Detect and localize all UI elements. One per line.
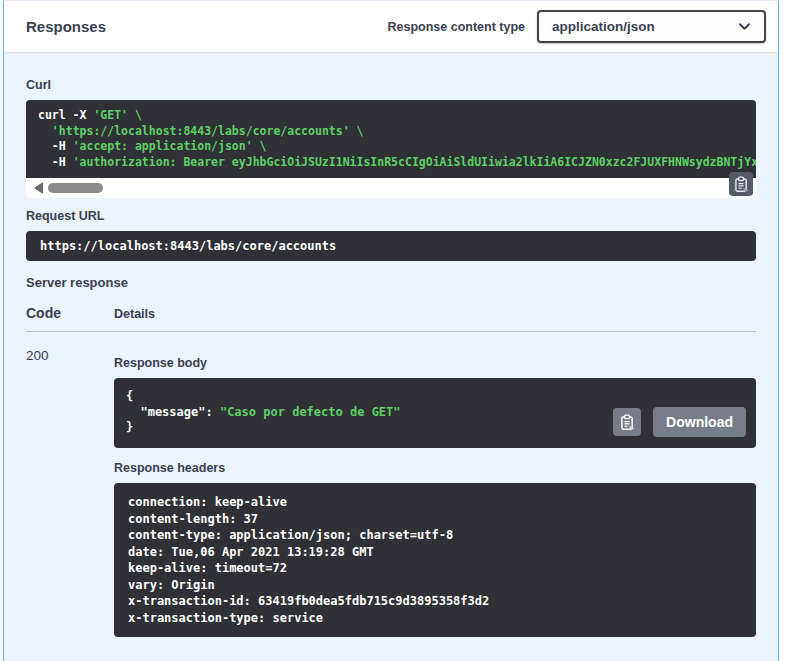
content-type-group: Response content type application/json: [387, 10, 766, 43]
page-title: Responses: [26, 18, 106, 35]
curl-block: curl -X 'GET' \ 'https://localhost:8443/…: [26, 100, 756, 198]
response-body-label: Response body: [114, 356, 756, 370]
code-line: curl -X 'GET' \: [38, 108, 744, 124]
copy-response-button[interactable]: [613, 408, 641, 436]
responses-body: Curl curl -X 'GET' \ 'https://localhost:…: [4, 52, 778, 661]
clipboard-icon: [620, 414, 635, 431]
request-url-value: https://localhost:8443/labs/core/account…: [26, 231, 756, 261]
code-line: date: Tue,06 Apr 2021 13:19:28 GMT: [128, 544, 742, 561]
code-line: vary: Origin: [128, 577, 742, 594]
server-response-table: Code Details 200 Response body { "messag…: [26, 305, 756, 651]
code-line: content-length: 37: [128, 511, 742, 528]
column-header-code: Code: [26, 305, 114, 332]
responses-section-header: Responses Response content type applicat…: [4, 1, 778, 52]
code-line: content-type: application/json; charset=…: [128, 527, 742, 544]
scrollbar-thumb[interactable]: [48, 183, 103, 193]
code-line: keep-alive: timeout=72: [128, 560, 742, 577]
copy-curl-button[interactable]: [729, 172, 753, 196]
response-headers-block: connection: keep-alivecontent-length: 37…: [114, 483, 756, 637]
curl-command: curl -X 'GET' \ 'https://localhost:8443/…: [26, 100, 756, 178]
code-line: -H 'accept: application/json' \: [38, 139, 744, 155]
column-header-details: Details: [114, 305, 756, 332]
response-body-actions: Download: [613, 407, 746, 437]
response-headers-label: Response headers: [114, 461, 756, 475]
response-body-block: { "message": "Caso por defecto de GET"}: [114, 378, 756, 448]
code-line: {: [126, 389, 744, 405]
code-line: -H 'authorization: Bearer eyJhbGciOiJSUz…: [38, 155, 744, 171]
server-response-title: Server response: [26, 275, 756, 290]
responses-panel: Responses Response content type applicat…: [3, 0, 779, 661]
content-type-label: Response content type: [387, 20, 525, 34]
clipboard-icon: [734, 176, 749, 193]
scroll-left-icon[interactable]: [34, 182, 43, 194]
content-type-select[interactable]: application/json: [537, 10, 766, 43]
content-type-selected-value: application/json: [552, 19, 655, 34]
code-line: connection: keep-alive: [128, 494, 742, 511]
download-button[interactable]: Download: [653, 407, 746, 437]
code-line: x-transaction-id: 63419fb0dea5fdb715c9d3…: [128, 593, 742, 610]
request-url-label: Request URL: [26, 209, 756, 223]
response-details-cell: Response body { "message": "Caso por def…: [114, 332, 756, 651]
code-line: 'https://localhost:8443/labs/core/accoun…: [38, 124, 744, 140]
curl-label: Curl: [26, 78, 756, 92]
curl-horizontal-scrollbar[interactable]: [26, 178, 756, 198]
code-line: x-transaction-type: service: [128, 610, 742, 627]
page: Responses Response content type applicat…: [0, 0, 796, 661]
response-status-code: 200: [26, 332, 114, 651]
chevron-down-icon: [737, 19, 752, 34]
